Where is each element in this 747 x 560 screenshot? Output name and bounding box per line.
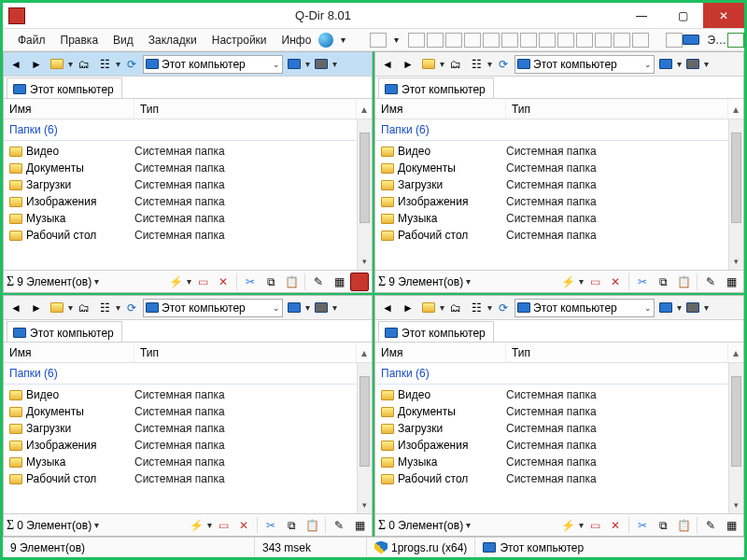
layout-icon[interactable] bbox=[483, 33, 500, 48]
maximize-button[interactable]: ▢ bbox=[662, 3, 703, 28]
back-button[interactable]: ◄ bbox=[7, 299, 25, 317]
view-mode-button[interactable]: ☷ bbox=[467, 55, 486, 74]
layout-icon[interactable] bbox=[464, 33, 481, 48]
explorer-icon[interactable]: 🗂 bbox=[446, 55, 465, 74]
scroll-up-icon[interactable]: ▴ bbox=[728, 103, 743, 116]
copy-button[interactable]: ⧉ bbox=[282, 516, 301, 535]
vertical-scrollbar[interactable]: ▾ bbox=[728, 363, 743, 513]
dropdown-icon[interactable]: ▾ bbox=[94, 276, 99, 287]
scroll-down-icon[interactable]: ▾ bbox=[358, 257, 372, 270]
forward-button[interactable]: ► bbox=[27, 55, 46, 74]
pane-tab[interactable]: Этот компьютер bbox=[378, 321, 494, 342]
grid-button[interactable]: ▦ bbox=[722, 516, 740, 535]
back-button[interactable]: ◄ bbox=[378, 299, 397, 317]
delete-button[interactable]: ✕ bbox=[234, 516, 253, 535]
cut-button[interactable]: ✂ bbox=[261, 516, 280, 535]
copy-button[interactable]: ⧉ bbox=[261, 273, 280, 291]
refresh-button[interactable]: ⟳ bbox=[122, 55, 141, 74]
menu-settings[interactable]: Настройки bbox=[204, 30, 275, 50]
refresh-button[interactable]: ⟳ bbox=[494, 299, 513, 317]
column-type[interactable]: Тип bbox=[134, 99, 357, 119]
list-item[interactable]: ИзображенияСистемная папка bbox=[375, 437, 728, 454]
forward-button[interactable]: ► bbox=[399, 55, 417, 74]
list-item[interactable]: МузыкаСистемная папка bbox=[4, 210, 357, 227]
list-item[interactable]: Рабочий столСистемная папка bbox=[4, 470, 357, 487]
list-item[interactable]: ДокументыСистемная папка bbox=[375, 403, 728, 420]
delete-red-icon[interactable]: ▭ bbox=[585, 273, 604, 291]
drives-button[interactable] bbox=[684, 299, 702, 317]
paste-button[interactable]: 📋 bbox=[674, 273, 693, 291]
layout-single-icon[interactable] bbox=[370, 33, 387, 48]
paste-button[interactable]: 📋 bbox=[674, 516, 693, 535]
layout-icon[interactable] bbox=[595, 33, 612, 48]
column-name[interactable]: Имя bbox=[375, 343, 506, 362]
scrollbar-thumb[interactable] bbox=[731, 133, 741, 223]
file-list[interactable]: Папки (6) ВидеоСистемная папкаДокументыС… bbox=[375, 363, 728, 513]
display-button[interactable] bbox=[285, 55, 303, 74]
layout-icon[interactable] bbox=[408, 33, 425, 48]
dropdown-icon[interactable]: ▾ bbox=[94, 520, 99, 530]
edit-button[interactable]: ✎ bbox=[701, 516, 720, 535]
scrollbar-thumb[interactable] bbox=[359, 133, 370, 223]
layout-icon[interactable] bbox=[557, 33, 574, 48]
edit-button[interactable]: ✎ bbox=[330, 516, 348, 535]
delete-button[interactable]: ✕ bbox=[606, 516, 625, 535]
up-button[interactable] bbox=[48, 55, 66, 74]
delete-button[interactable]: ✕ bbox=[606, 273, 625, 291]
list-item[interactable]: Рабочий столСистемная папка bbox=[4, 227, 357, 244]
list-item[interactable]: ИзображенияСистемная папка bbox=[4, 193, 357, 210]
grid-button[interactable]: ▦ bbox=[350, 516, 369, 535]
scroll-up-icon[interactable]: ▴ bbox=[728, 346, 743, 359]
up-button[interactable] bbox=[48, 299, 66, 317]
view-mode-button[interactable]: ☷ bbox=[467, 299, 486, 317]
record-icon[interactable] bbox=[350, 273, 369, 291]
forward-button[interactable]: ► bbox=[27, 299, 46, 317]
list-item[interactable]: ДокументыСистемная папка bbox=[4, 403, 357, 420]
chevron-down-icon[interactable]: ⌄ bbox=[644, 60, 652, 69]
scrollbar-thumb[interactable] bbox=[359, 376, 370, 467]
list-item[interactable]: Рабочий столСистемная папка bbox=[375, 227, 728, 244]
file-list[interactable]: Папки (6) ВидеоСистемная папкаДокументыС… bbox=[4, 119, 357, 270]
scroll-up-icon[interactable]: ▴ bbox=[357, 346, 372, 359]
list-item[interactable]: ЗагрузкиСистемная папка bbox=[375, 420, 728, 437]
filter-icon[interactable]: ⚡ bbox=[558, 516, 577, 535]
list-item[interactable]: ИзображенияСистемная папка bbox=[4, 437, 357, 454]
globe-icon[interactable] bbox=[318, 33, 333, 48]
path-combo[interactable]: Этот компьютер ⌄ bbox=[143, 55, 283, 74]
layout-icon[interactable] bbox=[520, 33, 537, 48]
list-item[interactable]: ЗагрузкиСистемная папка bbox=[375, 176, 728, 193]
close-button[interactable]: ✕ bbox=[703, 3, 744, 28]
drives-button[interactable] bbox=[312, 55, 331, 74]
list-item[interactable]: ЗагрузкиСистемная папка bbox=[4, 176, 357, 193]
column-name[interactable]: Имя bbox=[375, 99, 506, 119]
file-list[interactable]: Папки (6) ВидеоСистемная папкаДокументыС… bbox=[375, 119, 728, 270]
edit-button[interactable]: ✎ bbox=[309, 273, 328, 291]
dropdown-icon[interactable]: ▾ bbox=[466, 520, 471, 530]
grid-button[interactable]: ▦ bbox=[722, 273, 740, 291]
history-icon[interactable] bbox=[666, 33, 683, 48]
group-header[interactable]: Папки (6) bbox=[4, 365, 357, 385]
scroll-down-icon[interactable]: ▾ bbox=[729, 500, 743, 513]
back-button[interactable]: ◄ bbox=[7, 55, 25, 74]
copy-button[interactable]: ⧉ bbox=[654, 516, 672, 535]
cut-button[interactable]: ✂ bbox=[241, 273, 260, 291]
vertical-scrollbar[interactable]: ▾ bbox=[728, 119, 743, 270]
menu-view[interactable]: Вид bbox=[106, 30, 141, 50]
paste-button[interactable]: 📋 bbox=[282, 273, 301, 291]
group-header[interactable]: Папки (6) bbox=[375, 121, 728, 141]
layout-icon[interactable] bbox=[501, 33, 518, 48]
list-item[interactable]: ВидеоСистемная папка bbox=[375, 386, 728, 403]
column-name[interactable]: Имя bbox=[4, 99, 134, 119]
layout-icon[interactable] bbox=[445, 33, 462, 48]
menu-bookmarks[interactable]: Закладки bbox=[141, 30, 204, 50]
column-name[interactable]: Имя bbox=[4, 343, 134, 362]
group-header[interactable]: Папки (6) bbox=[375, 365, 728, 385]
minimize-button[interactable]: — bbox=[621, 3, 662, 28]
cut-button[interactable]: ✂ bbox=[633, 516, 652, 535]
path-combo[interactable]: Этот компьютер ⌄ bbox=[514, 299, 655, 317]
delete-red-icon[interactable]: ▭ bbox=[193, 273, 212, 291]
list-item[interactable]: ВидеоСистемная папка bbox=[4, 386, 357, 403]
filter-icon[interactable]: ⚡ bbox=[187, 516, 205, 535]
list-item[interactable]: ВидеоСистемная папка bbox=[375, 143, 728, 160]
filter-icon[interactable]: ⚡ bbox=[166, 273, 185, 291]
